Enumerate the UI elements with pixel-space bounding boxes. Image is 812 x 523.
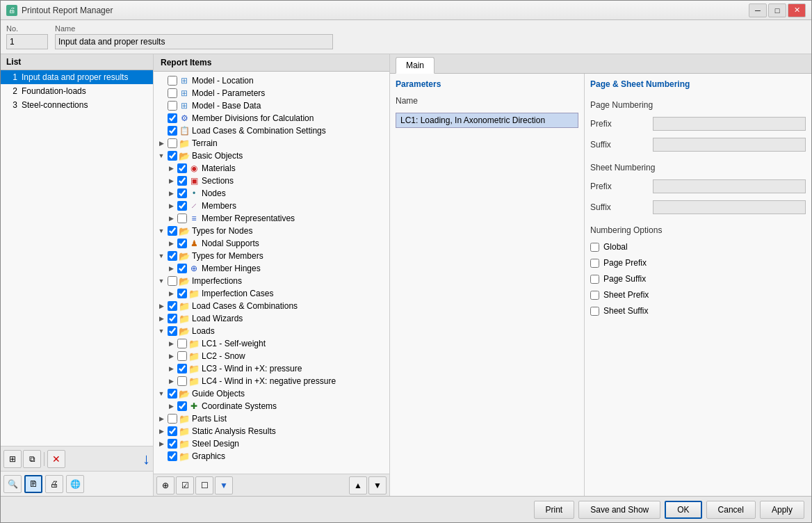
tree-item-lc1[interactable]: ▶ 📁 LC1 - Self-weight bbox=[154, 337, 389, 350]
tree-item-imperfection-cases[interactable]: ▶ 📁 Imperfection Cases bbox=[154, 287, 389, 300]
expand-parts-list[interactable]: ▶ bbox=[156, 414, 166, 424]
expand-basic-objects[interactable]: ▼ bbox=[156, 151, 166, 161]
check-coord-systems[interactable] bbox=[177, 401, 187, 411]
check-member-reps[interactable] bbox=[177, 214, 187, 223]
expand-graphics[interactable] bbox=[156, 451, 166, 461]
tree-item-types-members[interactable]: ▼ 📂 Types for Members bbox=[154, 250, 389, 262]
expand-model-location[interactable] bbox=[156, 76, 166, 86]
check-member-hinges[interactable] bbox=[177, 264, 187, 273]
expand-materials[interactable]: ▶ bbox=[166, 163, 176, 173]
check-types-nodes[interactable] bbox=[168, 226, 177, 236]
print-button[interactable]: Print bbox=[534, 501, 575, 519]
expand-static-results[interactable]: ▶ bbox=[156, 426, 166, 436]
page-suffix-checkbox[interactable] bbox=[590, 275, 599, 284]
tree-item-load-wizards[interactable]: ▶ 📁 Load Wizards bbox=[154, 312, 389, 325]
list-item-2[interactable]: 2 Foundation-loads bbox=[1, 84, 153, 98]
check-lc1[interactable] bbox=[177, 339, 187, 348]
tree-item-model-parameters[interactable]: ⊞ Model - Parameters bbox=[154, 87, 389, 99]
tree-item-lc4[interactable]: ▶ 📁 LC4 - Wind in +X: negative pressure bbox=[154, 375, 389, 387]
check-model-basedata[interactable] bbox=[168, 101, 177, 111]
check-basic-objects[interactable] bbox=[168, 151, 177, 161]
tree-item-member-divisions[interactable]: ⚙ Member Divisions for Calculation bbox=[154, 112, 389, 124]
check-sections[interactable] bbox=[177, 176, 187, 186]
check-all-button[interactable]: ☑ bbox=[176, 476, 194, 494]
tab-main[interactable]: Main bbox=[396, 57, 435, 74]
check-terrain[interactable] bbox=[168, 138, 177, 148]
check-materials[interactable] bbox=[177, 163, 187, 173]
expand-nodes[interactable]: ▶ bbox=[166, 188, 176, 198]
maximize-button[interactable]: □ bbox=[768, 3, 786, 17]
expand-lc3[interactable]: ▶ bbox=[166, 364, 176, 373]
expand-guide-objects[interactable]: ▼ bbox=[156, 389, 166, 399]
expand-member-hinges[interactable]: ▶ bbox=[166, 264, 176, 273]
check-imperfections[interactable] bbox=[168, 276, 177, 286]
check-imperfection-cases[interactable] bbox=[177, 289, 187, 298]
check-lc3[interactable] bbox=[177, 364, 187, 373]
list-item-1[interactable]: 1 Input data and proper results bbox=[1, 70, 153, 84]
tree-item-loads[interactable]: ▼ 📂 Loads bbox=[154, 325, 389, 337]
tree-item-graphics[interactable]: 📁 Graphics bbox=[154, 450, 389, 462]
prefix-input[interactable] bbox=[653, 117, 806, 131]
add-report-button[interactable]: ⊞ bbox=[3, 450, 22, 468]
expand-types-nodes[interactable]: ▼ bbox=[156, 226, 166, 236]
expand-lc2[interactable]: ▶ bbox=[166, 351, 176, 361]
check-lc2[interactable] bbox=[177, 351, 187, 361]
check-member-divisions[interactable] bbox=[168, 113, 177, 123]
no-input[interactable] bbox=[6, 34, 48, 49]
check-types-members[interactable] bbox=[168, 251, 177, 261]
parameters-value[interactable]: LC1: Loading, In Axonometric Direction bbox=[396, 113, 578, 128]
expand-lc4[interactable]: ▶ bbox=[166, 376, 176, 386]
language-button[interactable]: 🌐 bbox=[66, 475, 84, 493]
expand-lc1[interactable]: ▶ bbox=[166, 339, 176, 348]
suffix-input[interactable] bbox=[653, 138, 806, 152]
tree-item-model-basedata[interactable]: ⊞ Model - Base Data bbox=[154, 99, 389, 112]
expand-sections[interactable]: ▶ bbox=[166, 176, 176, 186]
expand-lc-combinations[interactable]: ▶ bbox=[156, 301, 166, 311]
copy-report-button[interactable]: ⧉ bbox=[23, 450, 41, 468]
check-parts-list[interactable] bbox=[168, 414, 177, 424]
expand-load-cases[interactable] bbox=[156, 126, 166, 136]
tree-item-sections[interactable]: ▶ ▣ Sections bbox=[154, 175, 389, 187]
add-item-button[interactable]: ⊕ bbox=[156, 476, 174, 494]
uncheck-all-button[interactable]: ☐ bbox=[195, 476, 213, 494]
expand-member-divisions[interactable] bbox=[156, 113, 166, 123]
expand-steel-design[interactable]: ▶ bbox=[156, 439, 166, 449]
sheet-suffix-checkbox[interactable] bbox=[590, 307, 599, 316]
tree-item-steel-design[interactable]: ▶ 📁 Steel Design bbox=[154, 437, 389, 450]
check-load-wizards[interactable] bbox=[168, 314, 177, 323]
tree-item-basic-objects[interactable]: ▼ 📂 Basic Objects bbox=[154, 150, 389, 162]
check-model-location[interactable] bbox=[168, 76, 177, 86]
sheet-suffix-input[interactable] bbox=[653, 200, 806, 214]
filter-button[interactable]: ▼ bbox=[215, 476, 233, 494]
tree-item-static-results[interactable]: ▶ 📁 Static Analysis Results bbox=[154, 425, 389, 437]
list-item-3[interactable]: 3 Steel-connections bbox=[1, 98, 153, 112]
tree-item-lc-combinations[interactable]: ▶ 📁 Load Cases & Combinations bbox=[154, 300, 389, 312]
check-steel-design[interactable] bbox=[168, 439, 177, 449]
check-nodes[interactable] bbox=[177, 188, 187, 198]
expand-nodal-supports[interactable]: ▶ bbox=[166, 239, 176, 248]
tree-item-lc3[interactable]: ▶ 📁 LC3 - Wind in +X: pressure bbox=[154, 362, 389, 375]
tree-item-members[interactable]: ▶ ⟋ Members bbox=[154, 200, 389, 212]
expand-members[interactable]: ▶ bbox=[166, 201, 176, 211]
check-model-parameters[interactable] bbox=[168, 88, 177, 98]
tree-item-terrain[interactable]: ▶ 📁 Terrain bbox=[154, 137, 389, 150]
search-button[interactable]: 🔍 bbox=[3, 475, 22, 493]
check-lc4[interactable] bbox=[177, 376, 187, 386]
save-and-show-button[interactable]: Save and Show bbox=[578, 501, 660, 519]
tree-item-imperfections[interactable]: ▼ 📂 Imperfections bbox=[154, 275, 389, 287]
close-button[interactable]: ✕ bbox=[788, 3, 806, 17]
tree-item-materials[interactable]: ▶ ◉ Materials bbox=[154, 162, 389, 175]
expand-imperfections[interactable]: ▼ bbox=[156, 276, 166, 286]
check-static-results[interactable] bbox=[168, 426, 177, 436]
sheet-prefix-checkbox[interactable] bbox=[590, 291, 599, 300]
check-lc-combinations[interactable] bbox=[168, 301, 177, 311]
global-checkbox[interactable] bbox=[590, 243, 599, 252]
minimize-button[interactable]: ─ bbox=[749, 3, 767, 17]
tree-item-parts-list[interactable]: ▶ 📁 Parts List bbox=[154, 412, 389, 425]
expand-terrain[interactable]: ▶ bbox=[156, 138, 166, 148]
check-members[interactable] bbox=[177, 201, 187, 211]
report-view-button[interactable]: 🖹 bbox=[24, 475, 42, 493]
tree-item-nodal-supports[interactable]: ▶ ♟ Nodal Supports bbox=[154, 237, 389, 250]
check-loads[interactable] bbox=[168, 326, 177, 336]
expand-coord-systems[interactable]: ▶ bbox=[166, 401, 176, 411]
